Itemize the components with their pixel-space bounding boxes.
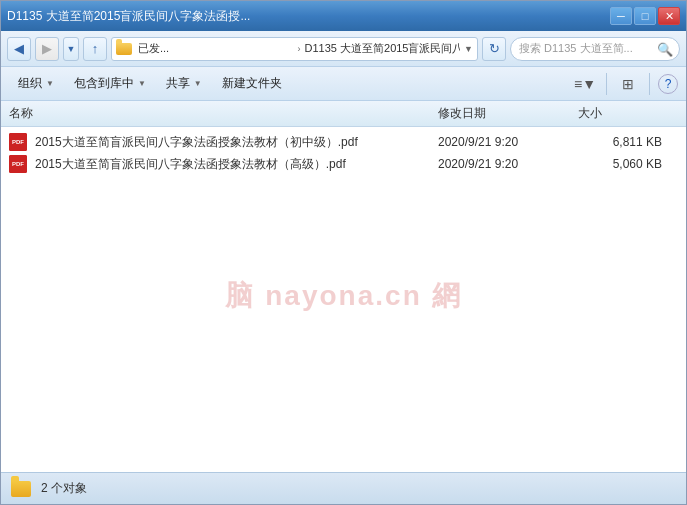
refresh-button[interactable]: ↻ [482, 37, 506, 61]
window-title: D1135 大道至简2015盲派民间八字象法函授... [7, 8, 610, 25]
status-folder-icon [11, 481, 31, 497]
new-folder-button[interactable]: 新建文件夹 [213, 71, 291, 97]
toolbar-separator [606, 73, 607, 95]
organize-label: 组织 [18, 75, 42, 92]
search-bar[interactable]: 搜索 D1135 大道至简... 🔍 [510, 37, 680, 61]
status-bar: 2 个对象 [1, 472, 686, 504]
watermark: 脑 nayona.cn 網 [225, 277, 461, 315]
share-button[interactable]: 共享 ▼ [157, 71, 211, 97]
include-library-button[interactable]: 包含到库中 ▼ [65, 71, 155, 97]
table-row[interactable]: PDF 2015大道至简盲派民间八字象法函授象法教材（初中级）.pdf 2020… [1, 131, 686, 153]
file-list: PDF 2015大道至简盲派民间八字象法函授象法教材（初中级）.pdf 2020… [1, 127, 686, 179]
address-dropdown-arrow[interactable]: ▼ [464, 44, 473, 54]
window-controls: ─ □ ✕ [610, 7, 680, 25]
minimize-button[interactable]: ─ [610, 7, 632, 25]
close-button[interactable]: ✕ [658, 7, 680, 25]
file-icon-pdf: PDF [9, 133, 29, 151]
column-size-header[interactable]: 大小 [578, 105, 678, 122]
file-size: 5,060 KB [578, 157, 678, 171]
file-size: 6,811 KB [578, 135, 678, 149]
toolbar-right: ≡▼ ⊞ ? [572, 71, 678, 97]
share-arrow: ▼ [194, 79, 202, 88]
new-folder-label: 新建文件夹 [222, 75, 282, 92]
file-icon-pdf: PDF [9, 155, 29, 173]
address-prefix: 已发... [138, 41, 294, 56]
file-name: 2015大道至简盲派民间八字象法函授象法教材（高级）.pdf [35, 156, 438, 173]
preview-pane-button[interactable]: ⊞ [615, 71, 641, 97]
address-separator: › [298, 44, 301, 54]
column-name-header[interactable]: 名称 [9, 105, 438, 122]
explorer-window: D1135 大道至简2015盲派民间八字象法函授... ─ □ ✕ ◀ ▶ ▼ … [0, 0, 687, 505]
status-count: 2 个对象 [41, 480, 87, 497]
help-button[interactable]: ? [658, 74, 678, 94]
file-name: 2015大道至简盲派民间八字象法函授象法教材（初中级）.pdf [35, 134, 438, 151]
column-headers: 名称 修改日期 大小 [1, 101, 686, 127]
toolbar-separator2 [649, 73, 650, 95]
share-label: 共享 [166, 75, 190, 92]
search-placeholder-text: 搜索 D1135 大道至简... [519, 41, 653, 56]
file-date: 2020/9/21 9:20 [438, 135, 578, 149]
watermark-text: 脑 nayona.cn 網 [225, 277, 461, 315]
file-list-area: PDF 2015大道至简盲派民间八字象法函授象法教材（初中级）.pdf 2020… [1, 127, 686, 472]
title-bar: D1135 大道至简2015盲派民间八字象法函授... ─ □ ✕ [1, 1, 686, 31]
forward-button[interactable]: ▶ [35, 37, 59, 61]
navigation-bar: ◀ ▶ ▼ ↑ 已发... › D1135 大道至简2015盲派民间八字象法函授… [1, 31, 686, 67]
nav-dropdown[interactable]: ▼ [63, 37, 79, 61]
maximize-button[interactable]: □ [634, 7, 656, 25]
column-date-header[interactable]: 修改日期 [438, 105, 578, 122]
table-row[interactable]: PDF 2015大道至简盲派民间八字象法函授象法教材（高级）.pdf 2020/… [1, 153, 686, 175]
address-path: D1135 大道至简2015盲派民间八字象法函授... [305, 41, 461, 56]
address-folder-icon [116, 43, 132, 55]
organize-button[interactable]: 组织 ▼ [9, 71, 63, 97]
toolbar: 组织 ▼ 包含到库中 ▼ 共享 ▼ 新建文件夹 ≡▼ ⊞ ? [1, 67, 686, 101]
view-options-button[interactable]: ≡▼ [572, 71, 598, 97]
file-date: 2020/9/21 9:20 [438, 157, 578, 171]
up-button[interactable]: ↑ [83, 37, 107, 61]
search-icon[interactable]: 🔍 [657, 42, 671, 56]
address-bar[interactable]: 已发... › D1135 大道至简2015盲派民间八字象法函授... ▼ [111, 37, 478, 61]
back-button[interactable]: ◀ [7, 37, 31, 61]
include-arrow: ▼ [138, 79, 146, 88]
organize-arrow: ▼ [46, 79, 54, 88]
include-label: 包含到库中 [74, 75, 134, 92]
